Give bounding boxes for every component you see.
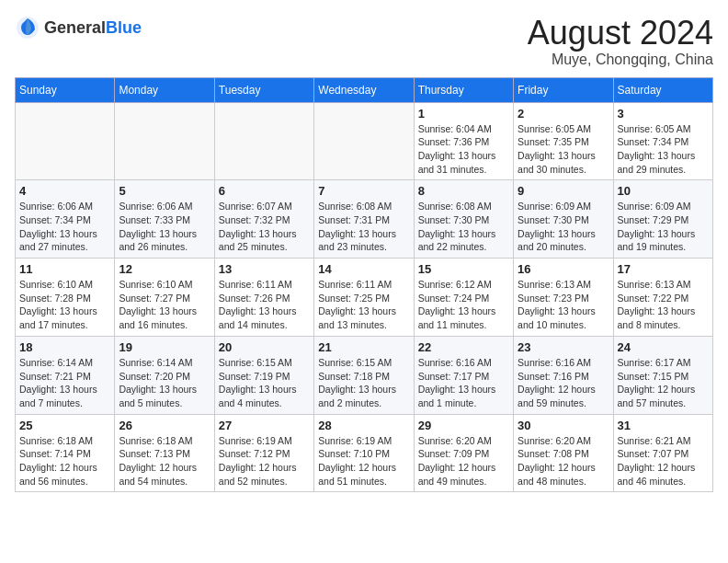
day-number: 26 bbox=[119, 419, 210, 432]
day-info: Sunrise: 6:07 AM Sunset: 7:32 PM Dayligh… bbox=[219, 200, 310, 254]
cell-content: 16Sunrise: 6:13 AM Sunset: 7:23 PM Dayli… bbox=[518, 262, 609, 332]
calendar-cell: 23Sunrise: 6:16 AM Sunset: 7:16 PM Dayli… bbox=[514, 336, 613, 414]
day-info: Sunrise: 6:11 AM Sunset: 7:25 PM Dayligh… bbox=[318, 278, 409, 332]
location-title: Muye, Chongqing, China bbox=[528, 52, 713, 68]
calendar-cell bbox=[16, 102, 115, 180]
cell-content: 26Sunrise: 6:18 AM Sunset: 7:13 PM Dayli… bbox=[119, 419, 210, 488]
calendar-cell: 1Sunrise: 6:04 AM Sunset: 7:36 PM Daylig… bbox=[414, 102, 513, 180]
day-number: 2 bbox=[518, 107, 609, 121]
cell-content: 2Sunrise: 6:05 AM Sunset: 7:35 PM Daylig… bbox=[518, 107, 609, 177]
day-number: 14 bbox=[318, 262, 409, 276]
cell-content: 15Sunrise: 6:12 AM Sunset: 7:24 PM Dayli… bbox=[418, 262, 509, 332]
calendar-cell: 7Sunrise: 6:08 AM Sunset: 7:31 PM Daylig… bbox=[314, 180, 414, 259]
day-info: Sunrise: 6:09 AM Sunset: 7:30 PM Dayligh… bbox=[518, 200, 609, 254]
weekday-header-saturday: Saturday bbox=[613, 77, 712, 102]
calendar-cell: 6Sunrise: 6:07 AM Sunset: 7:32 PM Daylig… bbox=[214, 180, 313, 259]
day-info: Sunrise: 6:21 AM Sunset: 7:07 PM Dayligh… bbox=[618, 434, 709, 488]
day-info: Sunrise: 6:08 AM Sunset: 7:30 PM Dayligh… bbox=[418, 200, 509, 254]
calendar-cell: 5Sunrise: 6:06 AM Sunset: 7:33 PM Daylig… bbox=[115, 180, 214, 259]
calendar-table: SundayMondayTuesdayWednesdayThursdayFrid… bbox=[15, 77, 713, 493]
day-number: 1 bbox=[418, 107, 509, 121]
day-info: Sunrise: 6:09 AM Sunset: 7:29 PM Dayligh… bbox=[618, 200, 709, 254]
day-number: 19 bbox=[119, 340, 210, 354]
weekday-header-sunday: Sunday bbox=[16, 77, 115, 102]
calendar-header: SundayMondayTuesdayWednesdayThursdayFrid… bbox=[16, 77, 713, 102]
day-number: 20 bbox=[219, 340, 310, 354]
day-number: 7 bbox=[318, 184, 409, 198]
cell-content: 30Sunrise: 6:20 AM Sunset: 7:08 PM Dayli… bbox=[518, 419, 609, 488]
calendar-cell: 24Sunrise: 6:17 AM Sunset: 7:15 PM Dayli… bbox=[613, 336, 712, 414]
cell-content: 10Sunrise: 6:09 AM Sunset: 7:29 PM Dayli… bbox=[618, 184, 709, 254]
day-number: 15 bbox=[418, 262, 509, 276]
day-info: Sunrise: 6:19 AM Sunset: 7:12 PM Dayligh… bbox=[219, 434, 310, 488]
cell-content: 19Sunrise: 6:14 AM Sunset: 7:20 PM Dayli… bbox=[119, 340, 210, 410]
cell-content: 28Sunrise: 6:19 AM Sunset: 7:10 PM Dayli… bbox=[318, 419, 409, 488]
day-number: 29 bbox=[418, 419, 509, 432]
logo: GeneralBlue bbox=[15, 15, 142, 40]
calendar-cell: 29Sunrise: 6:20 AM Sunset: 7:09 PM Dayli… bbox=[414, 414, 513, 492]
weekday-row: SundayMondayTuesdayWednesdayThursdayFrid… bbox=[16, 77, 713, 102]
day-number: 24 bbox=[618, 340, 709, 354]
day-number: 28 bbox=[318, 419, 409, 432]
day-number: 17 bbox=[618, 262, 709, 276]
day-number: 18 bbox=[19, 340, 110, 354]
day-info: Sunrise: 6:10 AM Sunset: 7:28 PM Dayligh… bbox=[19, 278, 110, 332]
day-number: 25 bbox=[19, 419, 110, 432]
day-number: 23 bbox=[518, 340, 609, 354]
day-info: Sunrise: 6:05 AM Sunset: 7:34 PM Dayligh… bbox=[618, 122, 709, 177]
calendar-cell: 20Sunrise: 6:15 AM Sunset: 7:19 PM Dayli… bbox=[214, 336, 313, 414]
day-info: Sunrise: 6:08 AM Sunset: 7:31 PM Dayligh… bbox=[318, 200, 409, 254]
calendar-cell: 11Sunrise: 6:10 AM Sunset: 7:28 PM Dayli… bbox=[16, 259, 115, 337]
day-info: Sunrise: 6:18 AM Sunset: 7:14 PM Dayligh… bbox=[19, 434, 110, 488]
calendar-cell: 27Sunrise: 6:19 AM Sunset: 7:12 PM Dayli… bbox=[214, 414, 313, 492]
cell-content: 21Sunrise: 6:15 AM Sunset: 7:18 PM Dayli… bbox=[318, 340, 409, 410]
cell-content: 6Sunrise: 6:07 AM Sunset: 7:32 PM Daylig… bbox=[219, 184, 310, 254]
day-number: 22 bbox=[418, 340, 509, 354]
day-info: Sunrise: 6:17 AM Sunset: 7:15 PM Dayligh… bbox=[618, 356, 709, 410]
day-info: Sunrise: 6:16 AM Sunset: 7:16 PM Dayligh… bbox=[518, 356, 609, 410]
calendar-cell: 17Sunrise: 6:13 AM Sunset: 7:22 PM Dayli… bbox=[613, 259, 712, 337]
cell-content: 17Sunrise: 6:13 AM Sunset: 7:22 PM Dayli… bbox=[618, 262, 709, 332]
calendar-cell: 14Sunrise: 6:11 AM Sunset: 7:25 PM Dayli… bbox=[314, 259, 414, 337]
day-info: Sunrise: 6:14 AM Sunset: 7:20 PM Dayligh… bbox=[119, 356, 210, 410]
calendar-cell: 26Sunrise: 6:18 AM Sunset: 7:13 PM Dayli… bbox=[115, 414, 214, 492]
calendar-body: 1Sunrise: 6:04 AM Sunset: 7:36 PM Daylig… bbox=[16, 102, 713, 492]
day-info: Sunrise: 6:20 AM Sunset: 7:08 PM Dayligh… bbox=[518, 434, 609, 488]
cell-content: 8Sunrise: 6:08 AM Sunset: 7:30 PM Daylig… bbox=[418, 184, 509, 254]
day-info: Sunrise: 6:06 AM Sunset: 7:33 PM Dayligh… bbox=[119, 200, 210, 254]
day-info: Sunrise: 6:15 AM Sunset: 7:18 PM Dayligh… bbox=[318, 356, 409, 410]
day-info: Sunrise: 6:04 AM Sunset: 7:36 PM Dayligh… bbox=[418, 122, 509, 177]
day-info: Sunrise: 6:16 AM Sunset: 7:17 PM Dayligh… bbox=[418, 356, 509, 410]
cell-content: 18Sunrise: 6:14 AM Sunset: 7:21 PM Dayli… bbox=[19, 340, 110, 410]
day-number: 8 bbox=[418, 184, 509, 198]
day-info: Sunrise: 6:12 AM Sunset: 7:24 PM Dayligh… bbox=[418, 278, 509, 332]
calendar-cell: 15Sunrise: 6:12 AM Sunset: 7:24 PM Dayli… bbox=[414, 259, 513, 337]
calendar-cell: 18Sunrise: 6:14 AM Sunset: 7:21 PM Dayli… bbox=[16, 336, 115, 414]
calendar-cell: 9Sunrise: 6:09 AM Sunset: 7:30 PM Daylig… bbox=[514, 180, 613, 259]
day-info: Sunrise: 6:15 AM Sunset: 7:19 PM Dayligh… bbox=[219, 356, 310, 410]
title-area: August 2024 Muye, Chongqing, China bbox=[528, 15, 713, 68]
day-info: Sunrise: 6:13 AM Sunset: 7:23 PM Dayligh… bbox=[518, 278, 609, 332]
logo-text: GeneralBlue bbox=[44, 18, 142, 38]
month-title: August 2024 bbox=[528, 15, 713, 52]
cell-content: 5Sunrise: 6:06 AM Sunset: 7:33 PM Daylig… bbox=[119, 184, 210, 254]
day-number: 10 bbox=[618, 184, 709, 198]
cell-content: 20Sunrise: 6:15 AM Sunset: 7:19 PM Dayli… bbox=[219, 340, 310, 410]
week-row-2: 4Sunrise: 6:06 AM Sunset: 7:34 PM Daylig… bbox=[16, 180, 713, 259]
week-row-3: 11Sunrise: 6:10 AM Sunset: 7:28 PM Dayli… bbox=[16, 259, 713, 337]
page-header: GeneralBlue August 2024 Muye, Chongqing,… bbox=[15, 15, 713, 68]
calendar-cell: 8Sunrise: 6:08 AM Sunset: 7:30 PM Daylig… bbox=[414, 180, 513, 259]
calendar-cell: 3Sunrise: 6:05 AM Sunset: 7:34 PM Daylig… bbox=[613, 102, 712, 180]
day-number: 31 bbox=[618, 419, 709, 432]
day-number: 12 bbox=[119, 262, 210, 276]
calendar-cell: 16Sunrise: 6:13 AM Sunset: 7:23 PM Dayli… bbox=[514, 259, 613, 337]
cell-content: 22Sunrise: 6:16 AM Sunset: 7:17 PM Dayli… bbox=[418, 340, 509, 410]
calendar-cell: 19Sunrise: 6:14 AM Sunset: 7:20 PM Dayli… bbox=[115, 336, 214, 414]
calendar-cell: 10Sunrise: 6:09 AM Sunset: 7:29 PM Dayli… bbox=[613, 180, 712, 259]
calendar-cell: 25Sunrise: 6:18 AM Sunset: 7:14 PM Dayli… bbox=[16, 414, 115, 492]
day-number: 16 bbox=[518, 262, 609, 276]
day-info: Sunrise: 6:18 AM Sunset: 7:13 PM Dayligh… bbox=[119, 434, 210, 488]
day-number: 3 bbox=[618, 107, 709, 121]
day-info: Sunrise: 6:05 AM Sunset: 7:35 PM Dayligh… bbox=[518, 122, 609, 177]
logo-blue: Blue bbox=[106, 18, 142, 37]
